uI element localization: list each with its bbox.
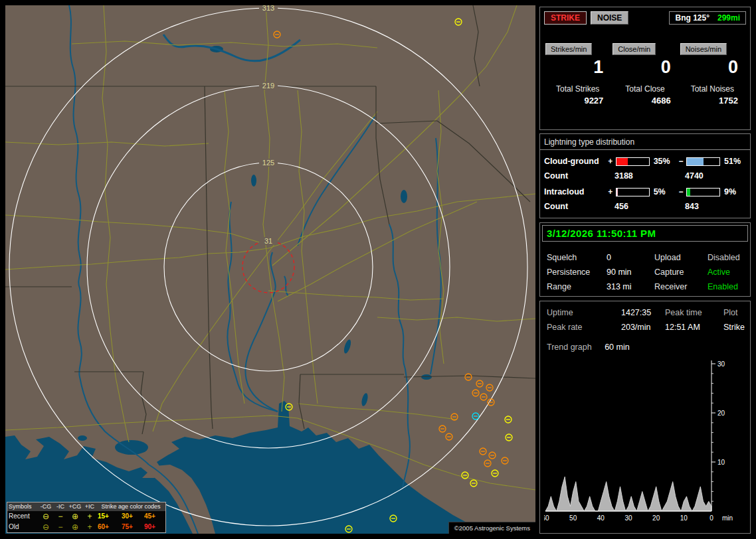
positive-count: 456 — [605, 202, 676, 211]
trend-graph-window: 60 min — [605, 343, 630, 352]
legend-strike-symbol: ⊖ — [38, 522, 54, 532]
app-window: 31321912531 Symbols-CG-IC+CG+ICStrike ag… — [0, 0, 756, 539]
y-axis-tick-label: 10 — [717, 459, 725, 466]
count-row: Count31884740 — [540, 166, 750, 181]
setting-status-value: Disabled — [708, 253, 746, 262]
positive-percent: 35% — [652, 157, 676, 166]
negative-bar — [686, 157, 720, 166]
lightning-type-label: Intracloud — [544, 187, 605, 196]
minus-sign: − — [678, 187, 684, 196]
rate-per-min-value: 0 — [611, 58, 678, 76]
ring-distance-label: 31 — [264, 237, 272, 245]
date-time-display: 3/12/2026 11:50:11 PM — [542, 225, 748, 242]
negative-bar — [686, 188, 720, 196]
total-value: 4686 — [611, 96, 678, 106]
map-area[interactable]: 31321912531 Symbols-CG-IC+CG+ICStrike ag… — [5, 5, 535, 534]
positive-percent: 5% — [652, 187, 676, 196]
legend-strike-symbol: − — [54, 522, 67, 532]
total-value: 1752 — [679, 96, 746, 106]
legend-row-label: Old — [7, 522, 38, 532]
legend-column-header: -CG — [38, 502, 54, 511]
copyright-notice: ©2005 Astrogenic Systems — [448, 522, 535, 534]
ring-distance-label: 313 — [262, 5, 274, 12]
stat-value: 12:51 AM — [665, 323, 723, 332]
setting-label: Squelch — [547, 253, 607, 262]
setting-value: 0 — [607, 253, 654, 262]
negative-bar-fill — [687, 189, 690, 196]
ring-distance-label: 219 — [262, 82, 274, 90]
legend-strike-symbol: ⊕ — [67, 511, 83, 522]
legend-row-label: Recent — [7, 512, 38, 521]
negative-percent: 9% — [723, 187, 746, 196]
x-axis-tick-label: 40 — [597, 514, 605, 522]
age-color-code: 90+ — [143, 522, 165, 532]
legend-column-header: +CG — [67, 502, 83, 511]
stat-value: 1427:35 — [621, 308, 665, 317]
setting-label: Range — [547, 282, 607, 291]
y-axis-tick-label: 30 — [717, 360, 725, 368]
trend-series-area — [545, 477, 711, 511]
count-label: Count — [544, 171, 605, 181]
setting-value: 90 min — [607, 268, 654, 277]
setting-value: 313 mi — [607, 282, 654, 291]
settings-grid: Squelch0UploadDisabledPersistence90 minC… — [540, 244, 750, 291]
bearing-label: Bng 125° — [675, 13, 709, 23]
counter-columns: Strikes/min1Total Strikes9227Close/min0T… — [540, 25, 750, 106]
distribution-panel: Lightning type distribution Cloud-ground… — [539, 133, 751, 218]
minus-sign: − — [678, 157, 684, 166]
x-axis-tick-label: 50 — [569, 514, 577, 522]
negative-percent: 51% — [723, 157, 746, 166]
total-value: 9227 — [544, 96, 611, 106]
age-color-code: 15+ — [96, 512, 120, 521]
x-axis-tick-label: 60 — [544, 514, 549, 522]
distribution-row: Intracloud+5%−9% — [540, 181, 750, 196]
x-axis-tick-label: 30 — [624, 514, 632, 522]
total-label: Total Noises — [679, 84, 746, 94]
total-label: Total Close — [611, 84, 678, 94]
lightning-map[interactable]: 31321912531 — [5, 5, 535, 534]
y-axis-tick-label: 20 — [717, 410, 725, 417]
legend-age-header: Strike age color codes — [96, 502, 165, 511]
trend-graph-label: Trend graph — [547, 343, 592, 352]
legend-strike-symbol: + — [83, 522, 96, 532]
negative-count: 843 — [676, 202, 746, 211]
legend-column-header: +IC — [83, 502, 96, 511]
stat-label: Peak rate — [547, 323, 621, 332]
rate-per-min-value: 0 — [679, 58, 746, 76]
noise-mode-button[interactable]: NOISE — [591, 11, 628, 25]
stats-grid: Uptime1427:35Peak timePlotPeak rate203/m… — [540, 301, 750, 332]
distribution-row: Cloud-ground+35%−51% — [540, 150, 750, 166]
counter-column: Noises/min0Total Noises1752 — [679, 25, 746, 106]
strike-mode-button[interactable]: STRIKE — [544, 11, 587, 25]
map-legend: Symbols-CG-IC+CG+ICStrike age color code… — [7, 502, 166, 533]
legend-grid: Symbols-CG-IC+CG+ICStrike age color code… — [7, 502, 165, 532]
positive-bar — [616, 157, 650, 166]
total-label: Total Strikes — [544, 84, 611, 94]
legend-strike-symbol: + — [83, 511, 96, 522]
mode-row: STRIKE NOISE Bng 125°299mi — [540, 7, 750, 25]
negative-bar-fill — [687, 158, 704, 165]
age-color-code: 45+ — [143, 512, 165, 521]
rate-label-button[interactable]: Close/min — [613, 43, 656, 55]
x-axis-tick-label: 10 — [680, 514, 688, 522]
distribution-title: Lightning type distribution — [540, 134, 750, 150]
legend-symbols-header: Symbols — [7, 502, 38, 511]
negative-count: 4740 — [676, 171, 746, 181]
plus-sign: + — [607, 157, 613, 166]
x-axis-unit-label: min — [722, 514, 733, 522]
stat-label: Uptime — [547, 308, 621, 317]
x-axis-tick-label: 0 — [709, 514, 713, 522]
positive-bar-fill — [616, 158, 628, 165]
age-color-code: 60+ — [96, 522, 120, 532]
counter-column: Close/min0Total Close4686 — [611, 25, 678, 106]
setting-status-value: Enabled — [708, 282, 746, 291]
bearing-distance: 299mi — [717, 13, 740, 23]
rate-label-button[interactable]: Strikes/min — [545, 43, 592, 55]
status-trend-panel: Uptime1427:35Peak timePlotPeak rate203/m… — [539, 301, 751, 534]
ring-distance-label: 125 — [262, 159, 274, 167]
setting-status-value: Active — [708, 268, 746, 277]
distribution-rows: Cloud-ground+35%−51%Count31884740Intracl… — [540, 150, 750, 211]
bearing-display: Bng 125°299mi — [669, 11, 746, 25]
rate-label-button[interactable]: Noises/min — [680, 43, 727, 55]
setting-label: Capture — [654, 268, 708, 277]
